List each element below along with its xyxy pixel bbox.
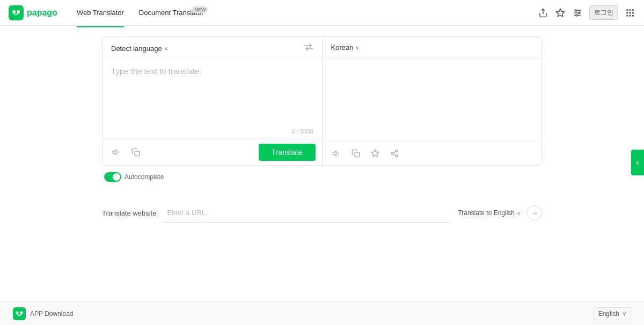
- header-right: 로그인: [538, 5, 635, 20]
- svg-point-1: [12, 10, 16, 13]
- autocomplete-label: Autocomplete: [125, 173, 164, 181]
- svg-rect-22: [355, 152, 360, 157]
- nav-document-translator[interactable]: Document Translator NEW: [133, 5, 210, 20]
- nav-badge: NEW: [192, 6, 208, 13]
- go-button[interactable]: →: [527, 205, 542, 220]
- svg-rect-12: [632, 9, 634, 11]
- translate-to-arrow: ∨: [517, 210, 521, 216]
- svg-rect-0: [9, 5, 24, 20]
- source-panel: Detect language ∨ 0 / 5000: [103, 37, 322, 165]
- svg-point-8: [579, 12, 580, 13]
- svg-rect-10: [626, 9, 628, 11]
- autocomplete-row: Autocomplete: [102, 172, 542, 182]
- source-panel-body: 0 / 5000: [103, 60, 322, 139]
- target-panel-footer: [323, 141, 542, 165]
- logo-text: papago: [27, 8, 57, 18]
- main-content: Detect language ∨ 0 / 5000: [0, 26, 644, 233]
- source-lang-label: Detect language: [111, 45, 162, 53]
- svg-line-28: [393, 151, 396, 153]
- source-textarea[interactable]: [111, 67, 313, 131]
- svg-marker-21: [333, 151, 336, 156]
- website-translator: Translate website Translate to English ∨…: [102, 203, 542, 223]
- svg-marker-3: [557, 9, 565, 16]
- website-label: Translate website: [102, 209, 156, 217]
- target-copy-icon[interactable]: [348, 146, 363, 161]
- target-share-icon[interactable]: [387, 146, 402, 161]
- side-tab[interactable]: ‹: [631, 150, 644, 175]
- main-nav: Web Translator Document Translator NEW: [70, 5, 210, 20]
- svg-rect-17: [630, 14, 631, 16]
- target-speaker-icon[interactable]: [329, 146, 344, 161]
- translator-container: Detect language ∨ 0 / 5000: [102, 36, 542, 166]
- svg-rect-15: [632, 12, 634, 13]
- svg-point-2: [17, 10, 20, 13]
- svg-rect-14: [630, 12, 631, 13]
- svg-rect-16: [626, 14, 628, 16]
- svg-rect-18: [632, 14, 634, 16]
- header: papago Web Translator Document Translato…: [0, 0, 644, 26]
- source-speaker-icon[interactable]: [109, 145, 124, 160]
- autocomplete-toggle[interactable]: Autocomplete: [104, 172, 164, 182]
- swap-button[interactable]: [304, 43, 313, 53]
- svg-point-25: [391, 152, 393, 154]
- svg-point-9: [576, 14, 577, 16]
- translate-to-label: Translate to English: [458, 209, 515, 217]
- source-panel-header: Detect language ∨: [103, 37, 322, 60]
- svg-rect-20: [135, 151, 140, 156]
- source-lang-arrow: ∨: [164, 46, 168, 51]
- target-star-icon[interactable]: [368, 146, 383, 161]
- source-panel-footer: Translate: [103, 139, 322, 165]
- target-panel: Korean ∨: [323, 37, 542, 165]
- share-icon[interactable]: [538, 8, 548, 18]
- target-lang-selector[interactable]: Korean ∨: [331, 43, 360, 51]
- translate-to-button[interactable]: Translate to English ∨: [458, 209, 521, 217]
- logo[interactable]: papago: [9, 5, 57, 20]
- source-copy-icon[interactable]: [128, 145, 143, 160]
- target-panel-header: Korean ∨: [323, 37, 542, 58]
- nav-web-translator[interactable]: Web Translator: [70, 5, 130, 20]
- star-icon[interactable]: [555, 8, 566, 18]
- source-lang-selector[interactable]: Detect language ∨: [111, 45, 168, 53]
- svg-point-7: [575, 10, 577, 11]
- svg-line-27: [393, 154, 396, 156]
- url-input[interactable]: [163, 203, 451, 223]
- svg-rect-13: [626, 12, 628, 13]
- target-lang-label: Korean: [331, 43, 354, 51]
- settings-icon[interactable]: [572, 8, 583, 18]
- target-lang-arrow: ∨: [355, 45, 359, 50]
- svg-point-26: [396, 155, 398, 157]
- svg-marker-19: [113, 150, 116, 154]
- char-count: 0 / 5000: [292, 128, 313, 135]
- apps-icon[interactable]: [625, 8, 635, 18]
- svg-point-24: [396, 150, 398, 152]
- papago-logo-icon: [9, 5, 24, 20]
- translate-button[interactable]: Translate: [259, 144, 316, 161]
- target-panel-body: [323, 58, 542, 141]
- toggle-switch[interactable]: [104, 172, 121, 182]
- svg-rect-11: [630, 9, 631, 11]
- svg-marker-23: [371, 150, 378, 157]
- login-button[interactable]: 로그인: [589, 5, 618, 20]
